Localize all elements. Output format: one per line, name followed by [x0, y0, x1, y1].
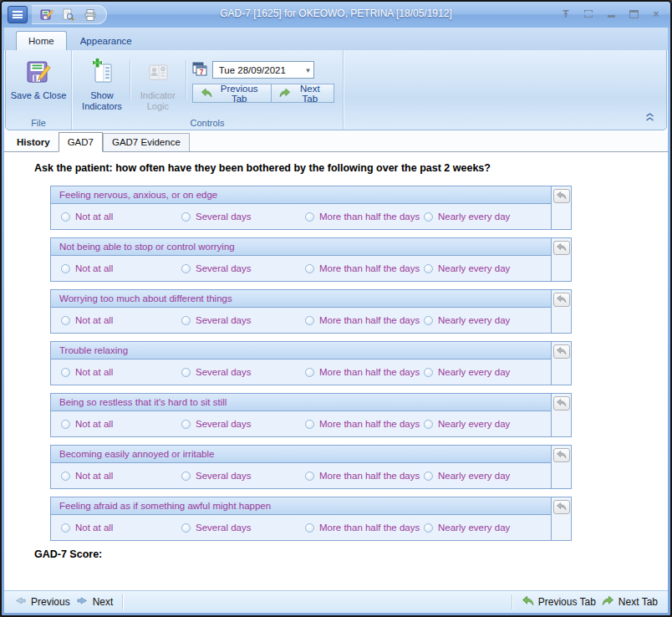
- minimize-icon[interactable]: [605, 8, 617, 19]
- option-not-at-all[interactable]: Not at all: [61, 263, 181, 273]
- radio-button[interactable]: [305, 420, 314, 429]
- tab-history[interactable]: History: [8, 134, 59, 151]
- option-several-days[interactable]: Several days: [181, 367, 305, 377]
- chevron-down-icon[interactable]: ▾: [306, 66, 310, 74]
- radio-button[interactable]: [61, 368, 70, 377]
- radio-button[interactable]: [181, 420, 191, 429]
- option-more-than-half-the-days[interactable]: More than half the days: [305, 212, 424, 222]
- collapse-ribbon-icon[interactable]: [644, 110, 655, 125]
- radio-button[interactable]: [61, 264, 70, 273]
- radio-button[interactable]: [305, 472, 314, 481]
- question-link-button[interactable]: [553, 344, 570, 359]
- radio-button[interactable]: [61, 316, 70, 325]
- option-nearly-every-day[interactable]: Nearly every day: [424, 523, 510, 533]
- radio-button[interactable]: [61, 472, 70, 481]
- option-not-at-all[interactable]: Not at all: [61, 315, 181, 325]
- option-label: Not at all: [75, 523, 113, 533]
- previous-button[interactable]: Previous: [14, 595, 70, 609]
- tab-gad7-evidence[interactable]: GAD7 Evidence: [103, 133, 190, 151]
- option-nearly-every-day[interactable]: Nearly every day: [424, 367, 510, 377]
- question-main: Trouble relaxing Not at allSeveral daysM…: [51, 342, 552, 385]
- option-nearly-every-day[interactable]: Nearly every day: [424, 212, 510, 222]
- option-more-than-half-the-days[interactable]: More than half the days: [305, 367, 424, 377]
- show-indicators-icon: [89, 59, 115, 88]
- radio-button[interactable]: [61, 420, 70, 429]
- question-link-button[interactable]: [553, 448, 570, 462]
- radio-button[interactable]: [181, 472, 191, 481]
- question-link-button[interactable]: [553, 500, 570, 514]
- radio-button[interactable]: [305, 316, 314, 325]
- radio-button[interactable]: [424, 212, 433, 222]
- option-not-at-all[interactable]: Not at all: [61, 471, 181, 481]
- arrow-curve-right-icon: [279, 87, 291, 100]
- footer-previous-tab-button[interactable]: Previous Tab: [522, 594, 596, 609]
- question-link-button[interactable]: [553, 293, 570, 307]
- indicator-logic-button: Indicator Logic: [131, 55, 185, 114]
- ribbon-tab-home[interactable]: Home: [16, 31, 67, 50]
- date-picker[interactable]: Tue 28/09/2021 ▾: [212, 61, 314, 79]
- option-label: Nearly every day: [438, 471, 510, 481]
- radio-button[interactable]: [181, 316, 191, 325]
- radio-button[interactable]: [181, 264, 191, 273]
- question-link-button[interactable]: [553, 241, 570, 255]
- radio-button[interactable]: [305, 523, 314, 533]
- next-tab-button[interactable]: Next Tab: [272, 84, 334, 103]
- option-not-at-all[interactable]: Not at all: [61, 523, 181, 533]
- option-several-days[interactable]: Several days: [181, 471, 305, 481]
- option-not-at-all[interactable]: Not at all: [61, 367, 181, 377]
- next-button[interactable]: Next: [76, 595, 114, 609]
- footer-next-tab-button[interactable]: Next Tab: [602, 594, 658, 609]
- question-side-cell: [552, 186, 571, 229]
- option-label: More than half the days: [319, 419, 420, 429]
- radio-button[interactable]: [424, 368, 433, 377]
- option-several-days[interactable]: Several days: [181, 523, 305, 533]
- radio-button[interactable]: [181, 368, 191, 377]
- option-more-than-half-the-days[interactable]: More than half the days: [305, 315, 424, 325]
- question-main: Being so restless that it's hard to sit …: [51, 394, 552, 436]
- save-close-button[interactable]: Save & Close: [9, 55, 68, 114]
- radio-button[interactable]: [424, 523, 433, 533]
- option-label: Nearly every day: [438, 523, 510, 533]
- option-nearly-every-day[interactable]: Nearly every day: [424, 315, 510, 325]
- option-several-days[interactable]: Several days: [181, 315, 305, 325]
- radio-button[interactable]: [424, 472, 433, 481]
- arrow-swoosh-icon: [556, 345, 568, 358]
- option-several-days[interactable]: Several days: [181, 263, 305, 273]
- select-window-icon[interactable]: [583, 8, 594, 19]
- option-more-than-half-the-days[interactable]: More than half the days: [305, 523, 424, 533]
- radio-button[interactable]: [181, 212, 191, 222]
- radio-button[interactable]: [61, 523, 70, 533]
- option-not-at-all[interactable]: Not at all: [61, 419, 181, 429]
- question-link-button[interactable]: [553, 396, 570, 410]
- option-nearly-every-day[interactable]: Nearly every day: [424, 419, 510, 429]
- radio-button[interactable]: [181, 523, 191, 533]
- option-not-at-all[interactable]: Not at all: [61, 212, 181, 222]
- radio-button[interactable]: [305, 368, 314, 377]
- radio-button[interactable]: [424, 420, 433, 429]
- close-icon[interactable]: ×: [650, 8, 662, 19]
- option-more-than-half-the-days[interactable]: More than half the days: [305, 471, 424, 481]
- question-title: Feeling afraid as if something awful mig…: [51, 497, 551, 515]
- question-title: Worrying too much about different things: [51, 290, 551, 308]
- option-nearly-every-day[interactable]: Nearly every day: [424, 263, 510, 273]
- radio-button[interactable]: [305, 264, 314, 273]
- save-close-label: Save & Close: [11, 90, 67, 101]
- ribbon-tab-appearance[interactable]: Appearance: [69, 32, 144, 50]
- show-indicators-button[interactable]: Show Indicators: [75, 55, 129, 114]
- tab-gad7[interactable]: GAD7: [59, 132, 103, 152]
- radio-button[interactable]: [305, 212, 314, 222]
- option-more-than-half-the-days[interactable]: More than half the days: [305, 419, 424, 429]
- maximize-icon[interactable]: [628, 8, 639, 19]
- previous-tab-button[interactable]: Previous Tab: [192, 84, 272, 103]
- option-more-than-half-the-days[interactable]: More than half the days: [305, 263, 424, 273]
- radio-button[interactable]: [61, 212, 70, 222]
- option-label: More than half the days: [319, 523, 420, 533]
- option-nearly-every-day[interactable]: Nearly every day: [424, 471, 510, 481]
- radio-button[interactable]: [424, 316, 433, 325]
- radio-button[interactable]: [424, 264, 433, 273]
- option-several-days[interactable]: Several days: [181, 212, 305, 222]
- question-link-button[interactable]: [553, 189, 570, 203]
- option-several-days[interactable]: Several days: [181, 419, 305, 429]
- pin-icon[interactable]: Ŧ: [560, 8, 572, 19]
- arrow-swoosh-icon: [556, 242, 568, 254]
